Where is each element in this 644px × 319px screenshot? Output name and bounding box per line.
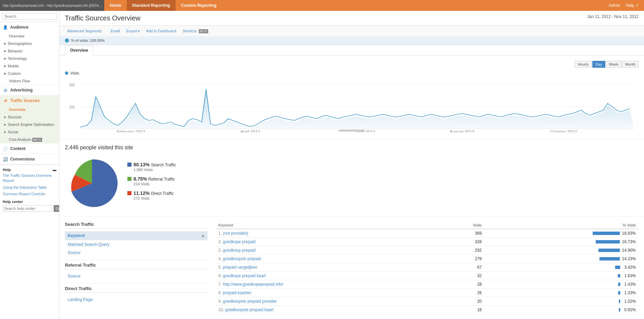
sidebar-cost-analysis[interactable]: Cost AnalysisBETA <box>0 136 59 143</box>
sidebar-advertising-header[interactable]: ◎ Advertising <box>0 85 59 95</box>
help-collapse-icon[interactable]: ▬ <box>53 168 56 172</box>
sidebar-audience-header[interactable]: 👤 Audience <box>0 22 59 32</box>
keyword-link-2[interactable]: goedkope prepaid <box>223 239 255 244</box>
table-row: 7. http://www.goedkopeprepaid.info/ 28 1… <box>216 280 639 289</box>
pct-cell: 14.90% <box>484 246 639 255</box>
matched-search-query-link[interactable]: Matched Search Query <box>65 240 208 249</box>
keyword-link[interactable]: Keyword ▶ <box>65 231 208 240</box>
pct-label: 0.92% <box>622 307 636 312</box>
sidebar-visitors-flow[interactable]: Visitors Flow <box>0 77 59 85</box>
shortcut-badge: BETA <box>199 29 209 33</box>
referral-legend-text: 8.75% Referral Traffic 214 Visits <box>133 176 175 186</box>
svg-text:October 2012: October 2012 <box>550 130 577 132</box>
content-icon: 📄 <box>3 146 8 151</box>
keyword-link-10[interactable]: goedkoopste prepaid kaart <box>225 307 273 312</box>
add-to-dashboard-btn[interactable]: Add to Dashboard <box>144 28 179 34</box>
sidebar-section-content: 📄 Content <box>0 144 59 154</box>
sidebar-social[interactable]: ▶Social <box>0 128 59 136</box>
keyword-cell: 4. goedkoopste prepaid <box>216 255 439 263</box>
sidebar-demographics[interactable]: ▶Demographics <box>0 40 59 47</box>
help-link-traffic-overview[interactable]: The Traffic Sources Overview Report <box>3 173 56 184</box>
main-content: Traffic Sources Overview Jan 11, 2012 - … <box>59 11 644 319</box>
sidebar-search-input[interactable] <box>2 13 57 20</box>
help-link-controls[interactable]: Common Report Controls <box>3 191 56 197</box>
tab-overview[interactable]: Overview <box>65 45 93 55</box>
nav-tab-home[interactable]: Home <box>104 0 126 11</box>
help-search-button[interactable]: Go <box>54 205 59 212</box>
pct-label: 1.33% <box>622 290 636 295</box>
sidebar-technology[interactable]: ▶Technology <box>0 55 59 62</box>
referral-source-link[interactable]: Source <box>65 272 208 280</box>
sidebar-traffic-header[interactable]: ⇄ Traffic Sources <box>0 96 59 106</box>
search-source-link[interactable]: Source <box>65 249 208 257</box>
pct-label: 3.42% <box>622 265 636 270</box>
pct-cell: 14.23% <box>484 255 639 263</box>
sidebar-item-traffic-overview[interactable]: Overview <box>0 106 59 113</box>
pct-cell: 1.02% <box>484 297 639 306</box>
month-btn[interactable]: Month <box>622 61 639 68</box>
pct-cell: 1.43% <box>484 280 639 289</box>
help-center-title: Help center <box>3 200 56 204</box>
keyword-link-3[interactable]: goedkoop prepaid <box>223 248 255 253</box>
site-info[interactable]: http://goedkopeprepaid.info - http://goe… <box>0 0 104 11</box>
advanced-segments-btn[interactable]: Advanced Segments <box>65 28 104 34</box>
referral-square <box>127 177 131 181</box>
pct-cell: 16.73% <box>484 238 639 246</box>
shortcut-btn[interactable]: Shortcut BETA <box>183 29 209 33</box>
help-link[interactable]: Help ↗ <box>626 3 639 8</box>
chart-controls: Hourly Day Week Month <box>65 61 639 68</box>
sidebar-mobile[interactable]: ▶Mobile <box>0 62 59 70</box>
search-box <box>0 11 59 22</box>
pct-label: 16.73% <box>622 239 636 244</box>
keyword-link-5[interactable]: prepaid vergelijken <box>223 265 257 270</box>
keyword-link-6[interactable]: goedkope prepaid kaart <box>223 273 266 278</box>
visits-cell: 28 <box>439 280 484 289</box>
nav-tab-standard[interactable]: Standard Reporting <box>127 0 176 11</box>
sidebar-seo[interactable]: ▶Search Engine Optimization <box>0 121 59 128</box>
table-row: 8. prepaid kaarten 26 1.33% <box>216 289 639 297</box>
sidebar-conversions-header[interactable]: 🔄 Conversions <box>0 154 59 164</box>
email-btn[interactable]: Email <box>108 28 123 34</box>
sidebar-item-audience-overview[interactable]: Overview <box>0 32 59 40</box>
keyword-link-9[interactable]: goedkoopste prepaid provider <box>223 299 277 304</box>
legend-direct: 11.12% Direct Traffic 272 Visits <box>127 190 176 201</box>
admin-link[interactable]: Admin <box>609 3 620 8</box>
pct-cell: 3.42% <box>484 263 639 272</box>
legend-referral: 8.75% Referral Traffic 214 Visits <box>127 176 176 186</box>
advertising-label: Advertising <box>10 88 33 93</box>
topbar: http://goedkopeprepaid.info - http://goe… <box>0 0 644 11</box>
pie-title: 2,446 people visited this site <box>65 145 639 151</box>
keyword-link-7[interactable]: http://www.goedkopeprepaid.info/ <box>223 282 283 287</box>
sidebar-content-header[interactable]: 📄 Content <box>0 144 59 154</box>
keyword-link-4[interactable]: goedkoopste prepaid <box>223 256 261 261</box>
main-header: Traffic Sources Overview Jan 11, 2012 - … <box>59 11 644 26</box>
hourly-btn[interactable]: Hourly <box>575 61 592 68</box>
pie-legend: 80.13% Search Traffic 1,960 Visits 8.75%… <box>127 162 176 205</box>
percent-label: % of visits: 100.00% <box>71 38 105 43</box>
search-square <box>127 163 131 167</box>
keyword-link-8[interactable]: prepaid kaarten <box>223 290 251 295</box>
pie-content: 80.13% Search Traffic 1,960 Visits 8.75%… <box>65 156 639 211</box>
pie-section: 2,446 people visited this site <box>59 139 644 216</box>
svg-text:February 2012: February 2012 <box>117 130 145 132</box>
pct-bar <box>593 232 620 235</box>
sidebar-behavior[interactable]: ▶Behavior <box>0 47 59 55</box>
help-search-input[interactable] <box>3 205 52 212</box>
percent-circle-icon <box>65 38 69 43</box>
page-title: Traffic Sources Overview <box>65 14 140 22</box>
tab-bar: Overview <box>59 45 644 55</box>
nav-tab-custom[interactable]: Custom Reporting <box>176 0 222 11</box>
search-legend-text: 80.13% Search Traffic 1,960 Visits <box>133 162 176 172</box>
export-dropdown[interactable]: Export <box>126 29 140 33</box>
keyword-cell: 6. goedkope prepaid kaart <box>216 272 439 280</box>
day-btn[interactable]: Day <box>592 61 605 68</box>
advertising-icon: ◎ <box>3 87 8 93</box>
visits-cell: 369 <box>439 229 484 238</box>
sidebar-section-conversions: 🔄 Conversions <box>0 154 59 165</box>
sidebar-sources[interactable]: ▶Sources <box>0 113 59 121</box>
week-btn[interactable]: Week <box>606 61 622 68</box>
keyword-link-1[interactable]: (not provided) <box>223 231 248 236</box>
help-link-interactive[interactable]: Using the Interactive Table <box>3 185 56 190</box>
sidebar-custom[interactable]: ▶Custom <box>0 70 59 77</box>
landing-page-link[interactable]: Landing Page <box>65 296 208 304</box>
